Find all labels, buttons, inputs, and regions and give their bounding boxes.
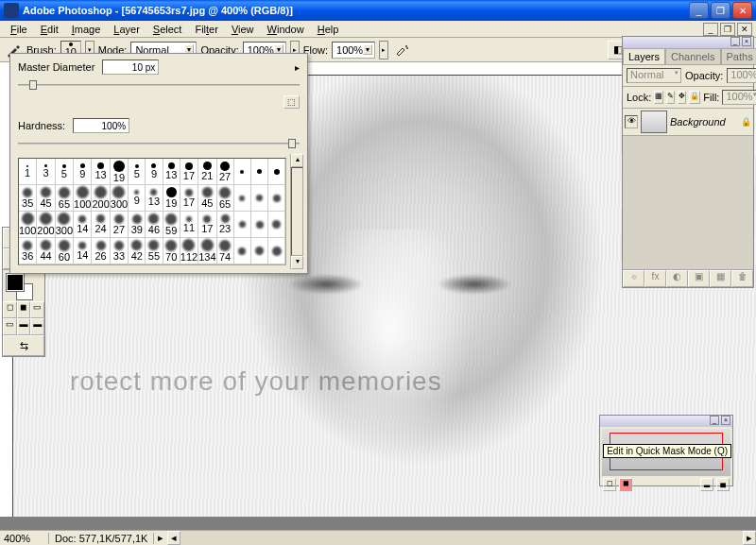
brush-preset-cell[interactable]: 74 bbox=[217, 238, 234, 264]
nav-zoom-out-icon[interactable]: ▂ bbox=[700, 478, 713, 491]
brush-preset-cell[interactable]: 9 bbox=[74, 159, 92, 185]
brush-preset-cell[interactable]: 13 bbox=[92, 159, 110, 185]
master-diameter-input[interactable] bbox=[102, 60, 159, 75]
brush-preset-cell[interactable]: 14 bbox=[74, 212, 92, 238]
brush-preset-cell[interactable]: 11 bbox=[180, 212, 198, 238]
brush-preset-cell[interactable]: 3 bbox=[37, 159, 55, 185]
visibility-icon[interactable]: 👁 bbox=[625, 115, 638, 128]
brush-preset-cell[interactable] bbox=[268, 212, 285, 238]
brush-preset-cell[interactable] bbox=[234, 212, 251, 238]
brush-preset-cell[interactable]: 112 bbox=[180, 238, 198, 264]
imageready-icon[interactable]: ⇆ bbox=[3, 335, 44, 356]
brush-preset-cell[interactable]: 13 bbox=[146, 185, 163, 212]
brush-preset-cell[interactable]: 35 bbox=[19, 185, 37, 212]
menu-image[interactable]: Image bbox=[65, 22, 108, 37]
tab-channels[interactable]: Channels bbox=[665, 48, 720, 65]
brush-preset-cell[interactable] bbox=[251, 238, 268, 264]
brush-preset-cell[interactable]: 39 bbox=[129, 212, 146, 238]
screen-std-icon[interactable]: ▭ bbox=[3, 318, 17, 335]
brush-preset-cell[interactable]: 21 bbox=[198, 159, 216, 185]
menu-window[interactable]: Window bbox=[261, 22, 311, 37]
brush-preset-cell[interactable]: 5 bbox=[129, 159, 146, 185]
brush-preset-cell[interactable]: 55 bbox=[146, 238, 163, 264]
doc-restore-button[interactable]: ❐ bbox=[720, 23, 735, 36]
brush-preset-cell[interactable]: 27 bbox=[111, 212, 129, 238]
doc-size-menu-icon[interactable]: ▸ bbox=[154, 532, 167, 544]
brush-preset-cell[interactable]: 24 bbox=[92, 212, 110, 238]
layer-opacity-input[interactable]: 100% bbox=[727, 68, 756, 83]
new-layer-icon[interactable]: ▦ bbox=[710, 270, 731, 287]
brush-preset-cell[interactable]: 46 bbox=[146, 212, 163, 238]
zoom-level[interactable]: 400% bbox=[0, 533, 49, 544]
brush-preset-cell[interactable]: 23 bbox=[217, 212, 234, 238]
brush-preset-cell[interactable]: 100 bbox=[19, 212, 37, 238]
brush-preset-cell[interactable] bbox=[234, 238, 251, 264]
delete-layer-icon[interactable]: 🗑 bbox=[731, 270, 753, 287]
maximize-button[interactable]: ❐ bbox=[711, 2, 730, 19]
lock-transparency-icon[interactable]: ▦ bbox=[654, 91, 663, 104]
brush-preset-cell[interactable]: 17 bbox=[198, 212, 216, 238]
minimize-button[interactable]: _ bbox=[689, 2, 709, 19]
brush-preset-cell[interactable] bbox=[268, 185, 285, 212]
flow-input[interactable]: 100% bbox=[332, 42, 375, 59]
nav-std-icon[interactable]: ◻ bbox=[603, 478, 616, 491]
master-diameter-slider[interactable] bbox=[18, 80, 300, 90]
brush-preset-cell[interactable]: 1 bbox=[19, 159, 37, 185]
brush-preset-cell[interactable]: 42 bbox=[129, 238, 146, 264]
foreground-color[interactable] bbox=[7, 274, 24, 291]
panel-menu-icon[interactable]: ▸ bbox=[295, 62, 300, 73]
nav-close-icon[interactable]: × bbox=[721, 416, 730, 425]
brush-preset-cell[interactable]: 200 bbox=[92, 185, 110, 212]
menu-file[interactable]: File bbox=[4, 22, 34, 37]
doc-close-button[interactable]: ✕ bbox=[737, 23, 752, 36]
brush-preset-cell[interactable]: 14 bbox=[74, 238, 92, 264]
brush-preset-cell[interactable]: 19 bbox=[111, 159, 129, 185]
brush-preset-cell[interactable]: 36 bbox=[19, 238, 37, 264]
brush-preset-cell[interactable]: 13 bbox=[163, 159, 180, 185]
screen-full-menu-icon[interactable]: ▬ bbox=[17, 318, 31, 335]
menu-select[interactable]: Select bbox=[146, 22, 189, 37]
color-swatches[interactable] bbox=[3, 269, 44, 301]
brush-preset-cell[interactable]: 60 bbox=[56, 238, 74, 264]
new-group-icon[interactable]: ▣ bbox=[688, 270, 710, 287]
quickmask-mode-icon[interactable]: ◼ bbox=[17, 301, 31, 318]
brush-preset-cell[interactable]: 44 bbox=[37, 238, 55, 264]
brush-preset-cell[interactable]: 59 bbox=[163, 212, 180, 238]
menu-filter[interactable]: Filter bbox=[188, 22, 224, 37]
link-layers-icon[interactable]: ⟐ bbox=[623, 270, 644, 287]
hardness-slider[interactable] bbox=[18, 139, 300, 148]
lock-all-icon[interactable]: 🔒 bbox=[689, 91, 700, 104]
menu-layer[interactable]: Layer bbox=[107, 22, 146, 37]
brush-preset-cell[interactable]: 134 bbox=[198, 238, 216, 264]
horizontal-scrollbar[interactable]: ◂▸ bbox=[167, 531, 756, 545]
screen-mode-icon[interactable]: ▭ bbox=[30, 301, 44, 318]
brush-preset-cell[interactable]: 100 bbox=[74, 185, 92, 212]
layer-row[interactable]: 👁 Background 🔒 bbox=[623, 109, 753, 136]
brush-preset-cell[interactable]: 200 bbox=[37, 212, 55, 238]
brush-preset-cell[interactable] bbox=[234, 185, 251, 212]
flow-dropdown[interactable]: ▸ bbox=[379, 41, 388, 60]
brush-preset-cell[interactable]: 27 bbox=[217, 159, 234, 185]
brush-preset-cell[interactable]: 26 bbox=[92, 238, 110, 264]
brush-preset-cell[interactable]: 65 bbox=[217, 185, 234, 212]
doc-minimize-button[interactable]: _ bbox=[703, 23, 718, 36]
brush-preset-cell[interactable]: 45 bbox=[198, 185, 216, 212]
use-sample-icon[interactable]: ⬚ bbox=[284, 95, 300, 109]
brush-preset-cell[interactable]: 33 bbox=[111, 238, 129, 264]
airbrush-icon[interactable] bbox=[392, 41, 411, 60]
brush-preset-cell[interactable]: 70 bbox=[163, 238, 180, 264]
tab-paths[interactable]: Paths bbox=[721, 48, 756, 65]
tab-layers[interactable]: Layers bbox=[623, 48, 665, 65]
layer-name[interactable]: Background bbox=[670, 116, 738, 128]
brush-preset-cell[interactable] bbox=[234, 159, 251, 185]
menu-view[interactable]: View bbox=[225, 22, 261, 37]
brush-preset-cell[interactable]: 300 bbox=[111, 185, 129, 212]
brush-preset-cell[interactable]: 19 bbox=[163, 185, 180, 212]
brush-preset-cell[interactable]: 5 bbox=[56, 159, 74, 185]
brush-preset-cell[interactable] bbox=[268, 238, 285, 264]
nav-min-icon[interactable]: _ bbox=[710, 416, 719, 425]
fill-input[interactable]: 100% bbox=[722, 90, 756, 105]
brush-preset-cell[interactable] bbox=[251, 159, 268, 185]
brush-preset-cell[interactable]: 300 bbox=[56, 212, 74, 238]
brush-preset-cell[interactable] bbox=[268, 159, 285, 185]
